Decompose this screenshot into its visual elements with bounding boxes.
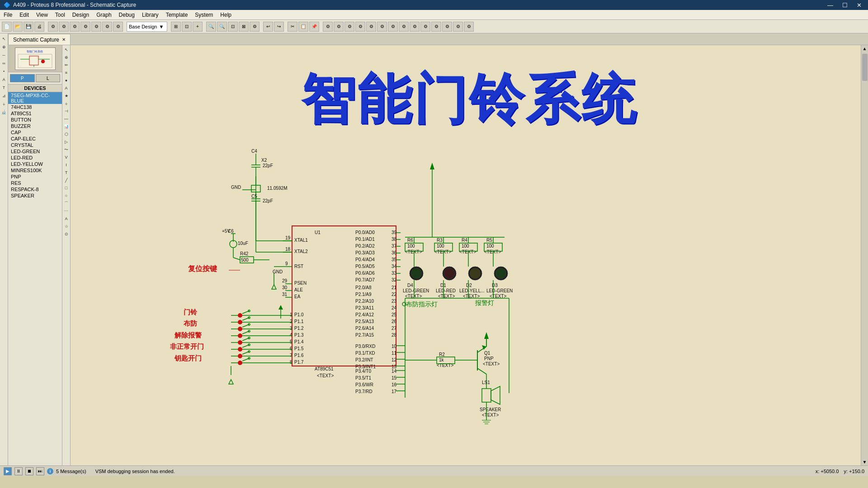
tb-btn-4[interactable]: ⚙ — [80, 22, 90, 32]
device-item-13[interactable]: RES — [8, 180, 62, 186]
l-button[interactable]: L — [36, 74, 61, 82]
play-button[interactable]: ▶ — [4, 467, 12, 475]
cut-button[interactable]: ✂ — [288, 22, 297, 32]
new-button[interactable]: 📄 — [2, 22, 12, 32]
text-tool[interactable]: T — [0, 84, 8, 91]
scrollbar-thumb[interactable] — [862, 54, 868, 81]
device-item-0[interactable]: 7SEG-MPX8-CC-BLUE — [8, 92, 62, 104]
bus-entry-tool[interactable]: ⊿ — [0, 92, 8, 99]
terminal-tool[interactable]: ⊣ — [63, 108, 70, 115]
current-probe-tool[interactable]: I — [63, 161, 70, 169]
probe-tool[interactable]: 🔬 — [0, 108, 8, 116]
label-tool[interactable]: A — [0, 76, 8, 83]
menu-system[interactable]: System — [191, 11, 217, 19]
copy-button[interactable]: 📋 — [298, 22, 308, 32]
menu-help[interactable]: Help — [217, 11, 235, 19]
wire-tool[interactable]: ─ — [0, 52, 8, 59]
tb-extra-6[interactable]: ⚙ — [366, 22, 376, 32]
origin-tool[interactable]: ⊙ — [63, 230, 70, 238]
pointer-tool[interactable]: ↖ — [63, 46, 70, 53]
right-scrollbar[interactable]: ▲ ▼ — [861, 45, 868, 465]
menu-file[interactable]: File — [0, 11, 16, 19]
device-item-10[interactable]: LED-YELLOW — [8, 161, 62, 167]
tb-extra-1[interactable]: ⚙ — [250, 22, 259, 32]
bus-place-tool[interactable]: ≡ — [63, 69, 70, 76]
device-item-5[interactable]: CAP — [8, 129, 62, 136]
tb-dot-btn[interactable]: ⊡ — [182, 22, 192, 32]
wire-place-tool[interactable]: ✏ — [63, 61, 70, 69]
tb-extra-13[interactable]: ⚙ — [442, 22, 452, 32]
dc-probe-tool[interactable]: ⬡ — [63, 131, 70, 138]
undo-button[interactable]: ↩ — [263, 22, 273, 32]
device-item-8[interactable]: LED-GREEN — [8, 148, 62, 155]
tb-extra-10[interactable]: ⚙ — [410, 22, 420, 32]
tb-extra-12[interactable]: ⚙ — [431, 22, 441, 32]
save-button[interactable]: 💾 — [24, 22, 33, 32]
device-item-6[interactable]: CAP-ELEC — [8, 136, 62, 142]
zoom-in-button[interactable]: 🔍 — [206, 22, 216, 32]
tb-extra-7[interactable]: ⚙ — [377, 22, 387, 32]
tape-tool[interactable]: ▷ — [63, 138, 70, 145]
junction-tool[interactable]: • — [0, 68, 8, 75]
tb-btn-1[interactable]: ⚙ — [48, 22, 58, 32]
tb-btn-3[interactable]: ⚙ — [70, 22, 80, 32]
pin-tool[interactable]: — — [63, 115, 70, 122]
menu-debug[interactable]: Debug — [115, 11, 138, 19]
tb-extra-2[interactable]: ⚙ — [323, 22, 333, 32]
close-button[interactable]: ✕ — [854, 2, 864, 9]
tab-close-icon[interactable]: ✕ — [62, 37, 66, 42]
menu-template[interactable]: Template — [162, 11, 192, 19]
tb-extra-11[interactable]: ⚙ — [420, 22, 430, 32]
tb-btn-6[interactable]: ⚙ — [102, 22, 112, 32]
tb-extra-3[interactable]: ⚙ — [334, 22, 344, 32]
menu-design[interactable]: Design — [69, 11, 93, 19]
2d-line-tool[interactable]: ╱ — [63, 177, 70, 184]
power-tool[interactable]: ⏚ — [0, 100, 8, 108]
voltage-probe-tool[interactable]: V — [63, 154, 70, 161]
component-tool[interactable]: ⊕ — [0, 43, 8, 51]
tb-extra-5[interactable]: ⚙ — [355, 22, 365, 32]
device-item-4[interactable]: BUZZER — [8, 123, 62, 129]
open-button[interactable]: 📂 — [13, 22, 23, 32]
select-tool[interactable]: ↖ — [0, 35, 8, 42]
menu-library[interactable]: Library — [138, 11, 162, 19]
device-item-1[interactable]: 74HC138 — [8, 104, 62, 110]
2d-circle-tool[interactable]: ○ — [63, 192, 70, 199]
tb-grid-btn[interactable]: ⊞ — [171, 22, 181, 32]
scrollbar-up[interactable]: ▲ — [862, 45, 868, 52]
device-item-12[interactable]: PNP — [8, 174, 62, 180]
menu-edit[interactable]: Edit — [16, 11, 33, 19]
junction-place-tool[interactable]: ● — [63, 77, 70, 84]
device-item-15[interactable]: SPEAKER — [8, 192, 62, 199]
tb-extra-14[interactable]: ⚙ — [453, 22, 463, 32]
tb-cross-btn[interactable]: + — [193, 22, 203, 32]
scrollbar-down[interactable]: ▼ — [863, 460, 867, 465]
design-thumbnail[interactable]: 智能门铃系统 — [15, 47, 56, 70]
menu-tool[interactable]: Tool — [52, 11, 69, 19]
signal-tool[interactable]: 〜 — [63, 146, 70, 153]
2d-text-tool[interactable]: A — [63, 215, 70, 222]
device-item-9[interactable]: LED-RED — [8, 155, 62, 161]
step-button[interactable]: ⏭ — [36, 467, 44, 475]
zoom-fit-button[interactable]: ⊡ — [228, 22, 238, 32]
tb-btn-5[interactable]: ⚙ — [91, 22, 101, 32]
print-button[interactable]: 🖨 — [34, 22, 44, 32]
menu-view[interactable]: View — [33, 11, 52, 19]
redo-button[interactable]: ↪ — [274, 22, 284, 32]
maximize-button[interactable]: ☐ — [840, 2, 850, 9]
schematic-canvas[interactable]: 智能门铃系统 C4 22pF X2 — [71, 45, 868, 465]
pause-button[interactable]: ⏸ — [14, 467, 23, 475]
tb-btn-2[interactable]: ⚙ — [59, 22, 69, 32]
annotation-tool[interactable]: ★ — [63, 92, 70, 99]
2d-path-tool[interactable]: ⋯ — [63, 207, 70, 215]
2d-symbol-tool[interactable]: ☆ — [63, 223, 70, 230]
zoom-area-button[interactable]: ⊠ — [239, 22, 249, 32]
tb-btn-7[interactable]: ⚙ — [113, 22, 123, 32]
net-label-tool[interactable]: A — [63, 84, 70, 92]
menu-graph[interactable]: Graph — [93, 11, 115, 19]
text-script-tool[interactable]: T — [63, 169, 70, 176]
2d-box-tool[interactable]: □ — [63, 184, 70, 192]
2d-arc-tool[interactable]: ⌒ — [63, 200, 70, 207]
device-item-14[interactable]: RESPACK-8 — [8, 186, 62, 192]
tb-extra-15[interactable]: ⚙ — [464, 22, 474, 32]
